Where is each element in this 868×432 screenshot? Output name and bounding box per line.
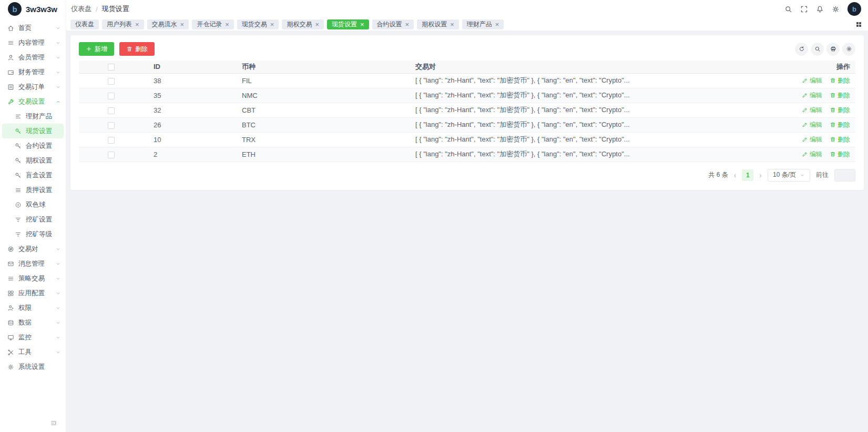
row-checkbox[interactable] xyxy=(108,152,115,158)
close-icon[interactable]: × xyxy=(405,21,410,28)
tab-bar: 仪表盘用户列表×交易流水×开仓记录×现货交易×期权交易×现货设置×合约设置×期权… xyxy=(66,18,868,31)
sidebar-item-contract-settings[interactable]: 合约设置 xyxy=(0,138,66,153)
sidebar-item-app-config[interactable]: 应用配置 xyxy=(0,286,66,300)
row-checkbox[interactable] xyxy=(108,107,115,114)
close-icon[interactable]: × xyxy=(315,21,319,28)
tab-spot-settings[interactable]: 现货设置× xyxy=(327,19,369,29)
tab-dashboard[interactable]: 仪表盘 xyxy=(70,19,99,29)
search-toggle-button[interactable] xyxy=(811,43,824,56)
bell-icon[interactable] xyxy=(816,5,824,13)
sidebar-collapse-icon[interactable] xyxy=(50,419,57,427)
sidebar-item-content-mgmt[interactable]: 内容管理 xyxy=(0,35,66,50)
close-icon[interactable]: × xyxy=(135,21,139,28)
sidebar-item-label: 期权设置 xyxy=(26,156,61,165)
sidebar-item-system-settings[interactable]: 系统设置 xyxy=(0,359,66,374)
row-edit-button[interactable]: 编辑 xyxy=(802,120,822,129)
tab-spot-trade[interactable]: 现货交易× xyxy=(237,19,279,29)
sidebar-item-lottery[interactable]: 双色球 xyxy=(0,197,66,212)
sidebar-item-tools[interactable]: 工具 xyxy=(0,345,66,359)
row-delete-button[interactable]: 删除 xyxy=(830,135,850,144)
breadcrumb-item-dashboard[interactable]: 仪表盘 xyxy=(71,4,91,14)
fullscreen-icon[interactable] xyxy=(800,5,808,13)
chevron-down-icon xyxy=(55,246,61,252)
brand[interactable]: b 3w3w3w xyxy=(0,0,66,18)
row-checkbox[interactable] xyxy=(108,122,115,129)
user-icon xyxy=(7,54,14,61)
gear-icon[interactable] xyxy=(832,5,840,13)
close-icon[interactable]: × xyxy=(495,21,499,28)
card-toolbar: 新增 删除 xyxy=(79,42,855,56)
sidebar-item-permissions[interactable]: 权限 xyxy=(0,300,66,315)
close-icon[interactable]: × xyxy=(450,21,454,28)
column-settings-button[interactable] xyxy=(842,43,855,56)
row-edit-button[interactable]: 编辑 xyxy=(802,91,822,100)
sidebar-item-trade-settings[interactable]: 交易设置 xyxy=(0,94,66,109)
tab-label: 现货设置 xyxy=(332,20,357,29)
delete-button[interactable]: 删除 xyxy=(119,42,155,56)
next-page-button[interactable]: › xyxy=(759,171,762,179)
close-icon[interactable]: × xyxy=(180,21,185,28)
sidebar-item-spot-settings[interactable]: 现货设置 xyxy=(2,124,64,138)
select-all-checkbox[interactable] xyxy=(108,64,115,71)
sidebar-item-mining-settings[interactable]: 挖矿设置 xyxy=(0,212,66,227)
refresh-button[interactable] xyxy=(795,43,808,56)
delete-label: 删除 xyxy=(838,120,850,129)
sidebar-item-option-settings[interactable]: 期权设置 xyxy=(0,153,66,168)
row-delete-button[interactable]: 删除 xyxy=(830,120,850,129)
row-delete-button[interactable]: 删除 xyxy=(830,91,850,100)
sidebar-item-wealth-products[interactable]: 理财产品 xyxy=(0,109,66,124)
sidebar-item-label: 系统设置 xyxy=(18,363,61,371)
close-icon[interactable]: × xyxy=(270,21,274,28)
avatar[interactable]: b xyxy=(847,2,861,16)
tab-open-records[interactable]: 开仓记录× xyxy=(192,19,234,29)
tab-option-trade[interactable]: 期权交易× xyxy=(282,19,324,29)
sidebar-item-mining-levels[interactable]: 挖矿等级 xyxy=(0,227,66,242)
edit-label: 编辑 xyxy=(810,76,822,85)
row-checkbox[interactable] xyxy=(108,78,115,85)
tab-contract-settings[interactable]: 合约设置× xyxy=(372,19,414,29)
search-icon[interactable] xyxy=(784,5,792,13)
sidebar-item-member-mgmt[interactable]: 会员管理 xyxy=(0,50,66,65)
close-icon[interactable]: × xyxy=(360,21,364,28)
page-number-button[interactable]: 1 xyxy=(742,169,753,181)
tab-trade-flow[interactable]: 交易流水× xyxy=(147,19,189,29)
row-checkbox[interactable] xyxy=(108,93,115,99)
tab-options-icon[interactable] xyxy=(855,21,862,28)
sidebar-item-data[interactable]: 数据 xyxy=(0,315,66,330)
sidebar-item-blindbox-settings[interactable]: 盲盒设置 xyxy=(0,168,66,183)
row-delete-button[interactable]: 删除 xyxy=(830,150,850,159)
key-icon xyxy=(15,172,22,179)
row-checkbox[interactable] xyxy=(108,137,115,144)
sidebar-item-finance-mgmt[interactable]: 财务管理 xyxy=(0,65,66,79)
row-delete-button[interactable]: 删除 xyxy=(830,76,850,85)
sidebar-item-home[interactable]: 首页 xyxy=(0,21,66,35)
row-edit-button[interactable]: 编辑 xyxy=(802,135,822,144)
chevron-down-icon xyxy=(55,25,61,31)
breadcrumb: 仪表盘 / 现货设置 xyxy=(71,4,129,14)
sidebar-item-trade-orders[interactable]: 交易订单 xyxy=(0,79,66,94)
print-button[interactable] xyxy=(826,43,840,56)
tab-wealth-products[interactable]: 理财产品× xyxy=(462,19,504,29)
table-row: 26BTC[ { "lang": "zh-Hant", "text": "加密货… xyxy=(79,117,855,132)
sidebar-item-monitor[interactable]: 监控 xyxy=(0,330,66,345)
tab-user-list[interactable]: 用户列表× xyxy=(102,19,144,29)
sidebar-item-label: 质押设置 xyxy=(26,186,61,195)
delete-label: 删除 xyxy=(838,150,850,159)
key-icon xyxy=(15,157,22,164)
row-delete-button[interactable]: 删除 xyxy=(830,106,850,115)
sidebar-item-pledge-settings[interactable]: 质押设置 xyxy=(0,183,66,197)
tab-label: 现货交易 xyxy=(242,20,267,29)
prev-page-button[interactable]: ‹ xyxy=(734,171,737,179)
sidebar-item-message-mgmt[interactable]: 消息管理 xyxy=(0,256,66,271)
tab-option-settings[interactable]: 期权设置× xyxy=(417,19,459,29)
chevron-down-icon xyxy=(55,290,61,296)
close-icon[interactable]: × xyxy=(225,21,229,28)
sidebar-item-trade-pairs[interactable]: 交易对 xyxy=(0,242,66,256)
page-size-select[interactable]: 10 条/页 xyxy=(768,169,810,182)
goto-page-input[interactable] xyxy=(834,169,855,182)
row-edit-button[interactable]: 编辑 xyxy=(802,106,822,115)
add-button[interactable]: 新增 xyxy=(79,42,114,56)
row-edit-button[interactable]: 编辑 xyxy=(802,150,822,159)
sidebar-item-strategy-trade[interactable]: 策略交易 xyxy=(0,271,66,286)
row-edit-button[interactable]: 编辑 xyxy=(802,76,822,85)
